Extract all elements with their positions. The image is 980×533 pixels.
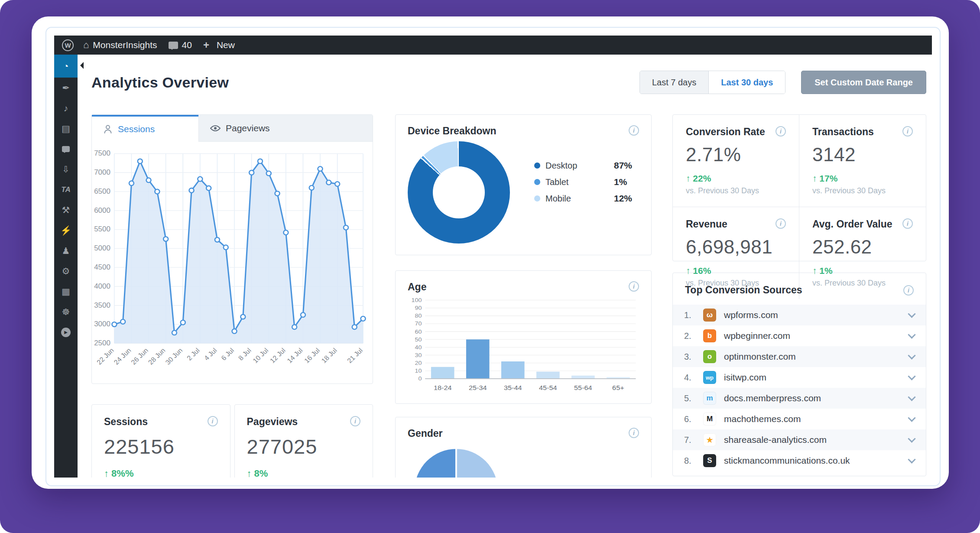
sessions-stat-value: 225156	[104, 435, 218, 458]
source-row[interactable]: 5. m docs.memberpress.com	[673, 388, 926, 409]
community-icon: ☸	[62, 307, 70, 317]
transactions-cell: Transactions i 3142 ↑ 17% vs. Previous 3…	[799, 115, 926, 207]
new-menu[interactable]: + New	[203, 39, 235, 51]
pageviews-stat-value: 277025	[247, 435, 361, 458]
legend-label: Tablet	[545, 177, 597, 187]
source-row[interactable]: 3. o optinmonster.com	[673, 346, 926, 367]
chevron-down-icon[interactable]	[908, 393, 915, 401]
wordpress-admin-screenshot: W ⌂ MonsterInsights 40 + New	[54, 36, 932, 478]
info-icon[interactable]: i	[903, 285, 914, 296]
info-icon[interactable]: i	[902, 218, 913, 229]
svg-text:5000: 5000	[94, 244, 110, 252]
source-row[interactable]: 7. ★ shareasale-analytics.com	[673, 429, 926, 450]
comments-menu[interactable]: 40	[169, 40, 192, 50]
svg-text:6500: 6500	[94, 187, 110, 195]
source-row[interactable]: 1. ω wpforms.com	[673, 305, 926, 325]
sidebar-item-appearance[interactable]: ⚒	[54, 200, 78, 220]
sidebar-item-users[interactable]: ♟	[54, 240, 78, 261]
chevron-down-icon[interactable]	[908, 455, 915, 463]
kpi-period: vs. Previous 30 Days	[812, 279, 913, 288]
sidebar-item-tools[interactable]: ⚙	[54, 261, 78, 281]
info-icon[interactable]: i	[208, 416, 218, 426]
source-row[interactable]: 8. S stickmancommunications.co.uk	[673, 450, 926, 471]
wordpress-logo-icon[interactable]: W	[62, 39, 74, 51]
sidebar-item-community[interactable]: ☸	[54, 302, 78, 322]
sidebar-item-ta[interactable]: TA	[54, 179, 78, 200]
legend-row-desktop: Desktop 87%	[534, 160, 632, 171]
source-domain: wpforms.com	[724, 310, 778, 320]
sources-title: Top Conversion Sources	[685, 284, 802, 296]
sidebar-item-pages[interactable]: ▤	[54, 118, 78, 139]
svg-text:20: 20	[415, 360, 422, 366]
sessions-line-chart[interactable]: 2500300035004000450050005500600065007000…	[94, 148, 370, 382]
kpi-card: Conversion Rate i 2.71% ↑ 22% vs. Previo…	[672, 114, 926, 261]
gauge-icon: ◔	[63, 61, 69, 72]
device-legend: Desktop 87% Tablet 1%	[534, 160, 632, 204]
tab-sessions[interactable]: Sessions	[92, 115, 198, 142]
settings-icon: ▦	[62, 286, 70, 297]
source-domain: docs.memberpress.com	[724, 393, 821, 403]
info-icon[interactable]: i	[776, 126, 786, 136]
comment-bubble-icon	[169, 42, 178, 49]
info-icon[interactable]: i	[776, 218, 786, 229]
chevron-down-icon[interactable]	[908, 414, 915, 422]
sessions-chart-card: Sessions Pageviews	[91, 114, 373, 384]
device-breakdown-card: Device Breakdown i	[395, 114, 652, 255]
source-rank: 6.	[684, 414, 703, 424]
sidebar-item-dashboard[interactable]: ◔	[54, 55, 78, 78]
home-icon: ⌂	[83, 40, 89, 50]
active-menu-arrow	[77, 62, 84, 69]
pageviews-stat-title: Pageviews	[247, 416, 298, 428]
svg-text:21 Jul: 21 Jul	[346, 347, 364, 364]
source-domain: optinmonster.com	[724, 351, 796, 362]
window-frame: W ⌂ MonsterInsights 40 + New	[32, 16, 949, 489]
device-donut-chart[interactable]	[408, 141, 510, 244]
svg-text:35-44: 35-44	[504, 384, 522, 391]
svg-text:30: 30	[415, 352, 422, 358]
sidebar-item-settings[interactable]: ▦	[54, 281, 78, 302]
info-icon[interactable]: i	[629, 125, 639, 136]
sidebar-item-plugins[interactable]: ⚡	[54, 220, 78, 240]
sidebar-item-comments[interactable]	[54, 139, 78, 159]
info-icon[interactable]: i	[902, 126, 913, 136]
kpi-change: ↑ 1%	[812, 266, 913, 276]
gender-pie-chart[interactable]	[415, 449, 498, 478]
svg-text:12 Jul: 12 Jul	[269, 347, 287, 364]
sessions-stat-change: ↑ 8%%	[104, 468, 218, 478]
play-icon: ▶	[61, 328, 71, 337]
chevron-down-icon[interactable]	[908, 331, 915, 338]
set-custom-date-range-button[interactable]: Set Custom Date Range	[801, 71, 926, 94]
sidebar-item-media[interactable]: ♪	[54, 98, 78, 118]
source-row[interactable]: 6. M machothemes.com	[673, 409, 926, 429]
chevron-down-icon[interactable]	[908, 310, 915, 318]
tab-pageviews[interactable]: Pageviews	[198, 115, 373, 142]
source-row[interactable]: 2. b wpbeginner.com	[673, 325, 926, 346]
isitwp-favicon-icon: wp	[703, 371, 716, 384]
age-bar-chart[interactable]: 010203040506070809010018-2425-3435-4445-…	[408, 296, 640, 398]
svg-text:26 Jun: 26 Jun	[130, 347, 149, 366]
chevron-down-icon[interactable]	[908, 372, 915, 380]
wpbeginner-favicon-icon: b	[703, 329, 716, 342]
sidebar-item-collapse[interactable]: ▶	[54, 322, 78, 342]
kpi-value: 6,698,981	[686, 236, 786, 258]
info-icon[interactable]: i	[629, 428, 639, 438]
kpi-change: ↑ 16%	[686, 266, 786, 276]
source-row[interactable]: 4. wp isitwp.com	[673, 367, 926, 388]
age-title: Age	[408, 281, 426, 293]
chevron-down-icon[interactable]	[908, 435, 915, 442]
source-rank: 3.	[684, 352, 703, 362]
svg-text:7500: 7500	[94, 150, 110, 158]
site-menu[interactable]: ⌂ MonsterInsights	[83, 40, 157, 50]
last-30-days-button[interactable]: Last 30 days	[708, 71, 785, 94]
main-content: Analytics Overview Last 7 days Last 30 d…	[78, 55, 932, 478]
sidebar-item-posts[interactable]: ✒	[54, 78, 78, 98]
source-rank: 8.	[684, 456, 703, 466]
info-icon[interactable]: i	[350, 416, 360, 426]
sidebar-item-updates[interactable]: ⇩	[54, 159, 78, 179]
chevron-down-icon[interactable]	[908, 351, 915, 359]
svg-text:55-64: 55-64	[574, 384, 592, 391]
svg-text:0: 0	[419, 376, 422, 382]
info-icon[interactable]: i	[629, 281, 639, 292]
last-7-days-button[interactable]: Last 7 days	[640, 71, 708, 94]
source-rank: 7.	[684, 435, 703, 445]
